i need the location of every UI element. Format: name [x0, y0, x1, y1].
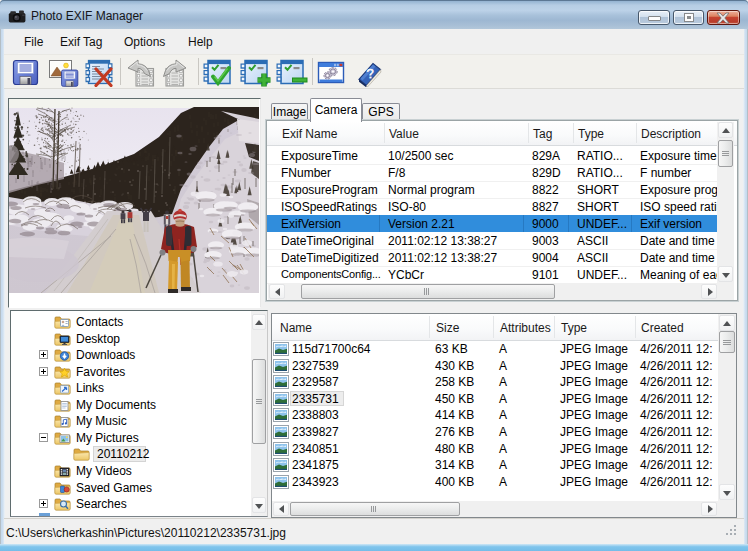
svg-text:?: ? [365, 65, 375, 82]
